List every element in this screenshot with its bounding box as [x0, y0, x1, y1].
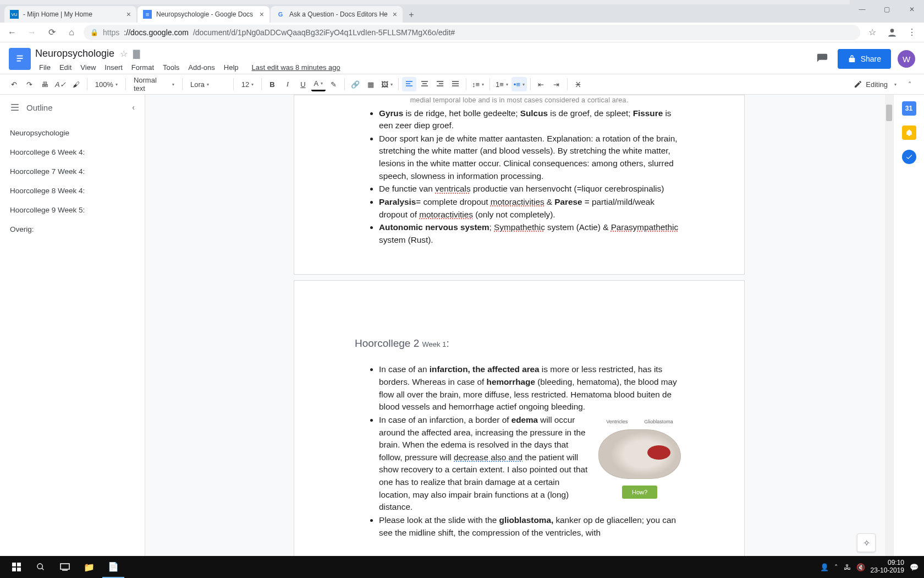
keep-icon[interactable]	[902, 126, 916, 140]
share-button[interactable]: Share	[838, 49, 891, 69]
print-button[interactable]: 🖶	[37, 77, 52, 91]
reload-button[interactable]: ⟳	[44, 25, 59, 40]
close-icon[interactable]: ×	[393, 10, 397, 19]
bookmark-button[interactable]: ☆	[865, 25, 880, 40]
browser-tab[interactable]: ≡ Neuropsychologie - Google Docs ×	[138, 6, 270, 23]
outline-item[interactable]: Neuropsychologie	[0, 123, 145, 143]
svg-rect-21	[17, 563, 21, 566]
collapse-toolbar-button[interactable]: ˄	[902, 77, 917, 92]
chevron-up-icon[interactable]: ˄	[834, 563, 838, 571]
clear-format-button[interactable]: X	[571, 77, 585, 91]
window-maximize[interactable]: ▢	[875, 0, 899, 18]
profile-button[interactable]	[884, 25, 900, 40]
volume-icon[interactable]: 🔇	[856, 563, 865, 571]
home-button[interactable]: ⌂	[64, 25, 79, 40]
clock-date: 23-10-2019	[871, 567, 904, 575]
underline-button[interactable]: U	[296, 77, 310, 91]
indent-increase-button[interactable]: ⇥	[549, 77, 564, 91]
comments-button[interactable]	[813, 50, 831, 68]
bold-button[interactable]: B	[265, 77, 279, 91]
mode-label: Editing	[866, 80, 888, 89]
taskview-button[interactable]	[54, 556, 76, 578]
linespacing-button[interactable]: ↕≡	[470, 77, 486, 91]
browser-tab[interactable]: G Ask a Question - Docs Editors He ×	[271, 6, 403, 23]
docs-toolbar: ↶ ↷ 🖶 A✓ 🖌 100% Normal text Lora 12 B I …	[0, 74, 924, 95]
textcolor-button[interactable]: A	[311, 77, 326, 91]
paint-format-button[interactable]: 🖌	[69, 77, 84, 91]
star-icon[interactable]: ☆	[120, 48, 128, 59]
tasks-icon[interactable]	[902, 150, 916, 164]
menu-tools[interactable]: Tools	[159, 61, 183, 74]
outline-item[interactable]: Hoorcollege 7 Week 4:	[0, 162, 145, 181]
indent-decrease-button[interactable]: ⇤	[534, 77, 548, 91]
style-select[interactable]: Normal text	[129, 77, 179, 91]
list-item: Autonomic nervous system; Sympathethic s…	[379, 221, 684, 246]
document-page[interactable]: Hoorcollege 2 Week 1: In case of an infa…	[294, 280, 745, 560]
menu-help[interactable]: Help	[220, 61, 243, 74]
taskbar-explorer[interactable]: 📁	[78, 556, 100, 578]
numbered-list-button[interactable]: 1≡	[493, 77, 510, 91]
outline-title: Outline	[26, 103, 53, 112]
mode-select[interactable]: Editing	[849, 77, 901, 91]
link-button[interactable]: 🔗	[348, 77, 362, 91]
explore-button[interactable]: ✧	[857, 533, 876, 552]
fontsize-select[interactable]: 12	[237, 77, 258, 91]
network-icon[interactable]: 🖧	[844, 563, 851, 571]
scrollbar-thumb[interactable]	[886, 105, 892, 121]
search-button[interactable]	[30, 556, 52, 578]
tab-favicon-vu: VU	[10, 10, 19, 19]
new-tab-button[interactable]: +	[404, 7, 419, 23]
address-bar[interactable]: 🔒 https://docs.google.com/document/d/1pN…	[84, 25, 860, 40]
bulleted-list-button[interactable]: •≡	[512, 77, 527, 91]
document-title[interactable]: Neuropsychologie	[35, 48, 114, 59]
outline-item[interactable]: Hoorcollege 6 Week 4:	[0, 143, 145, 162]
docs-logo[interactable]	[9, 48, 31, 70]
italic-button[interactable]: I	[280, 77, 295, 91]
align-right-button[interactable]	[433, 77, 447, 91]
document-canvas[interactable]: medial temporal lobe and is in most case…	[145, 95, 893, 560]
menu-edit[interactable]: Edit	[56, 61, 75, 74]
outline-item[interactable]: Hoorcollege 8 Week 4:	[0, 181, 145, 200]
close-icon[interactable]: ×	[127, 10, 131, 19]
image-button[interactable]: 🖼	[379, 77, 395, 91]
window-minimize[interactable]: —	[850, 0, 875, 18]
last-edit-label[interactable]: Last edit was 8 minutes ago	[248, 61, 344, 74]
outline-item[interactable]: Hoorcollege 9 Week 5:	[0, 200, 145, 220]
outline-item[interactable]: Overig:	[0, 220, 145, 239]
align-center-button[interactable]	[417, 77, 432, 91]
menu-view[interactable]: View	[76, 61, 100, 74]
chevron-left-icon[interactable]: ‹	[132, 103, 135, 112]
redo-button[interactable]: ↷	[22, 77, 36, 91]
svg-rect-20	[12, 563, 16, 566]
calendar-icon[interactable]: 31	[902, 101, 916, 116]
start-button[interactable]	[6, 556, 28, 578]
browser-tab[interactable]: VU - Mijn Home | My Home ×	[4, 6, 136, 23]
windows-taskbar: 📁 📄 👤 ˄ 🖧 🔇 09:10 23-10-2019 💬	[0, 556, 924, 578]
notifications-icon[interactable]: 💬	[910, 563, 919, 571]
browser-menu[interactable]: ⋮	[904, 25, 920, 40]
user-avatar[interactable]: W	[898, 50, 915, 68]
taskbar-app[interactable]: 📄	[102, 556, 124, 578]
font-select[interactable]: Lora	[186, 77, 230, 91]
comment-button[interactable]: ▦	[364, 77, 378, 91]
align-justify-button[interactable]	[448, 77, 463, 91]
align-left-button[interactable]	[402, 77, 416, 91]
zoom-select[interactable]: 100%	[91, 77, 122, 91]
document-page[interactable]: medial temporal lobe and is in most case…	[294, 95, 745, 275]
menu-insert[interactable]: Insert	[101, 61, 127, 74]
close-icon[interactable]: ×	[260, 10, 264, 19]
highlight-button[interactable]: ✎	[327, 77, 341, 91]
system-clock[interactable]: 09:10 23-10-2019	[871, 559, 904, 575]
spellcheck-button[interactable]: A✓	[53, 77, 68, 91]
menu-file[interactable]: File	[35, 61, 54, 74]
folder-icon[interactable]: ▇	[133, 48, 140, 59]
menu-format[interactable]: Format	[128, 61, 158, 74]
window-close[interactable]: ✕	[899, 0, 924, 18]
forward-button[interactable]: →	[24, 25, 40, 40]
undo-button[interactable]: ↶	[7, 77, 21, 91]
lock-icon	[848, 54, 856, 63]
scrollbar-track[interactable]	[885, 95, 893, 560]
back-button[interactable]: ←	[4, 25, 20, 40]
menu-addons[interactable]: Add-ons	[184, 61, 218, 74]
people-icon[interactable]: 👤	[820, 563, 829, 571]
